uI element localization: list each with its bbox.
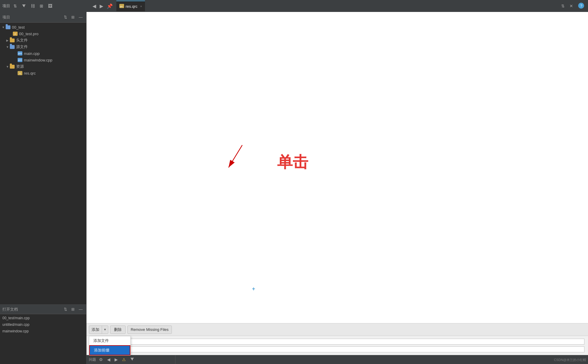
- project-add-btn[interactable]: ⊞: [38, 3, 45, 9]
- add-button-label[interactable]: 添加: [89, 327, 102, 332]
- sidebar-bottom-title: 打开文档: [2, 307, 61, 312]
- tab-file-icon: qrc: [119, 4, 124, 9]
- bottom-add-btn[interactable]: ⊞: [70, 306, 76, 312]
- problems-warn-btn[interactable]: ⚠: [121, 357, 127, 363]
- doc-item-mainwindow[interactable]: mainwindow.cpp: [0, 328, 86, 334]
- project-filter-btn[interactable]: [20, 3, 27, 9]
- sidebar-tree: ▼ 00_test p 00_test.pro ▶ 头文件 ▼ 源文件: [0, 23, 86, 304]
- tab-bar: qrc res.qrc ×: [116, 1, 558, 11]
- doc-item-untitled[interactable]: untitled/main.cpp: [0, 321, 86, 328]
- svg-text:qrc: qrc: [120, 5, 123, 8]
- sidebar-bottom: 打开文档 ⇅ ⊞ — 00_test/main.cpp untitled/mai…: [0, 304, 86, 364]
- sidebar-minimize-btn[interactable]: —: [78, 14, 84, 20]
- annotation-container: 单击 +: [87, 12, 588, 323]
- tree-arrow-sources: ▼: [5, 45, 10, 49]
- tree-item-pro[interactable]: p 00_test.pro: [0, 30, 86, 37]
- prefix-input[interactable]: [104, 339, 584, 345]
- editor-area: 单击 +: [87, 12, 588, 323]
- problems-sync-btn[interactable]: ⚙: [98, 357, 104, 363]
- problems-prev-btn[interactable]: ◀: [106, 357, 112, 363]
- tree-root[interactable]: ▼ 00_test: [0, 24, 86, 30]
- qrc-icon: q: [17, 71, 23, 75]
- project-link-btn[interactable]: ⛓: [29, 3, 36, 9]
- project-img-btn[interactable]: 🖼: [47, 3, 54, 9]
- add-dropdown-arrow[interactable]: ▼: [102, 326, 108, 334]
- small-plus-icon: +: [252, 286, 255, 292]
- tab-x-btn[interactable]: ✕: [568, 3, 574, 9]
- dropdown-add-prefix[interactable]: 添加前缀: [89, 345, 130, 355]
- sidebar-sort-btn[interactable]: ⇅: [63, 14, 68, 20]
- tree-arrow-resources: ▼: [5, 65, 10, 68]
- project-toolbar: 项目 ⇅ ⛓ ⊞ 🖼: [2, 3, 89, 9]
- tree-label-resources: 资源: [16, 64, 24, 69]
- main-layout: 项目 ⇅ ⊞ — ▼ 00_test p 00_test.pro ▶ 头文件: [0, 12, 588, 364]
- bottom-minimize-btn[interactable]: —: [78, 306, 84, 312]
- tree-item-res-qrc[interactable]: q res.qrc: [0, 70, 86, 76]
- sidebar-header-title: 项目: [2, 15, 61, 20]
- tab-close-btn[interactable]: ×: [140, 4, 142, 8]
- tree-item-main-cpp[interactable]: c++ main.cpp: [0, 50, 86, 57]
- sidebar-header: 项目 ⇅ ⊞ —: [0, 12, 86, 23]
- tree-label-sources: 源文件: [16, 44, 28, 50]
- tree-label-pro: 00_test.pro: [19, 32, 38, 36]
- remove-missing-button[interactable]: Remove Missing Files: [127, 326, 172, 334]
- properties-section: 前缀： 语言：: [87, 336, 588, 355]
- dropdown-add-file[interactable]: 添加文件: [89, 336, 130, 345]
- tree-item-sources[interactable]: ▼ 源文件: [0, 44, 86, 50]
- tree-label-mainwindow: mainwindow.cpp: [24, 58, 52, 62]
- problems-filter-btn[interactable]: [129, 357, 135, 363]
- project-label: 项目: [2, 3, 10, 9]
- tree-label-res-qrc: res.qrc: [24, 71, 36, 75]
- problems-label: 问题: [89, 357, 96, 362]
- tree-arrow-root: ▼: [1, 26, 5, 29]
- tab-res-qrc[interactable]: qrc res.qrc ×: [116, 1, 145, 11]
- cpp-icon-mainwindow: c++: [17, 58, 23, 62]
- tab-forward-btn[interactable]: ▶: [98, 3, 104, 10]
- tree-arrow-headers: ▶: [5, 39, 10, 42]
- cpp-icon-main: c++: [17, 51, 23, 56]
- tab-back-btn[interactable]: ◀: [91, 3, 97, 10]
- folder-icon-sources: [10, 44, 15, 49]
- dropdown-menu: 添加文件 添加前缀: [89, 336, 131, 356]
- doc-item-main[interactable]: 00_test/main.cpp: [0, 315, 86, 321]
- project-sort-btn[interactable]: ⇅: [12, 3, 18, 9]
- folder-icon-resources: [10, 64, 15, 69]
- tree-item-mainwindow-cpp[interactable]: c++ mainwindow.cpp: [0, 57, 86, 63]
- tab-help-btn[interactable]: ?: [577, 2, 586, 10]
- status-section: 问题 ⚙ ◀ ▶ ⚠: [89, 355, 175, 364]
- sidebar-add-btn[interactable]: ⊞: [70, 14, 76, 20]
- tab-controls: ◀ ▶ 📌: [91, 3, 114, 10]
- status-bar: 问题 ⚙ ◀ ▶ ⚠: [87, 355, 588, 364]
- folder-icon-headers: [10, 38, 15, 43]
- tree-label-headers: 头文件: [16, 38, 28, 43]
- bottom-sort-btn[interactable]: ⇅: [63, 306, 68, 312]
- language-input[interactable]: [104, 346, 584, 352]
- tree-label-root: 00_test: [12, 25, 25, 30]
- click-annotation-text: 单击: [277, 152, 308, 173]
- sidebar: 项目 ⇅ ⊞ — ▼ 00_test p 00_test.pro ▶ 头文件: [0, 12, 87, 364]
- tab-pin-btn[interactable]: 📌: [106, 3, 114, 10]
- prefix-row: 前缀：: [90, 338, 584, 346]
- tab-label: res.qrc: [126, 4, 138, 9]
- tab-dropdown-btn[interactable]: ⇅: [560, 3, 566, 9]
- folder-icon-root: [5, 25, 11, 30]
- tree-item-resources[interactable]: ▼ 资源: [0, 63, 86, 70]
- add-button-group[interactable]: 添加 ▼: [89, 326, 108, 334]
- language-row: 语言：: [90, 346, 584, 353]
- svg-text:?: ?: [580, 4, 582, 8]
- top-toolbar: 项目 ⇅ ⛓ ⊞ 🖼 ◀ ▶ 📌 qrc res.qrc × ⇅ ✕ ?: [0, 0, 588, 12]
- problems-next-btn[interactable]: ▶: [113, 357, 119, 363]
- tree-item-headers[interactable]: ▶ 头文件: [0, 37, 86, 44]
- sidebar-bottom-header: 打开文档 ⇅ ⊞ —: [0, 305, 86, 314]
- sidebar-bottom-list: 00_test/main.cpp untitled/main.cpp mainw…: [0, 314, 86, 364]
- pro-file-icon: p: [13, 31, 18, 36]
- editor-bottom-toolbar: 添加 ▼ 删除 Remove Missing Files 添加文件 添加前缀: [87, 323, 588, 336]
- main-content: 单击 + 添加 ▼: [87, 12, 588, 364]
- tree-label-main-cpp: main.cpp: [24, 51, 40, 56]
- annotation-arrow: [217, 143, 253, 173]
- delete-button[interactable]: 删除: [110, 326, 126, 334]
